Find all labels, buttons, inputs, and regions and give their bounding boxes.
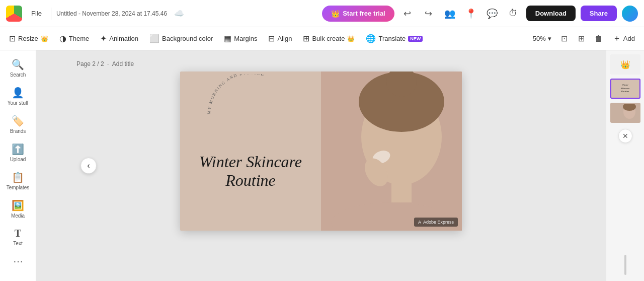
resize-icon: ⊡ [9,34,16,43]
bulk-create-icon: ⊞ [303,34,309,43]
person-photo [321,72,462,231]
thumbnail-2[interactable]: WinterSkincareRoutine [610,79,640,99]
timer-button[interactable]: ⏱ [505,6,521,22]
align-icon: ⊟ [268,34,275,43]
adobe-watermark: A Adobe Express [414,218,458,227]
translate-button[interactable]: 🌐 Translate NEW [361,31,428,46]
add-title-link[interactable]: Add title [112,60,134,67]
align-button[interactable]: ⊟ Align [263,31,297,46]
sidebar-item-media[interactable]: 🖼️ Media [2,195,34,223]
canvas-left: MY MORNING AND EVENING Winter Skincare R… [180,72,321,231]
margins-button[interactable]: ▦ Margins [219,31,262,46]
thumbnail-1-content: 👑 [611,55,639,74]
close-thumbnail-panel-button[interactable]: ✕ [618,129,632,143]
page-label: Page 2 / 2 - Add title [76,60,134,67]
canvas-card[interactable]: MY MORNING AND EVENING Winter Skincare R… [180,72,462,231]
thumbnail-1[interactable]: 👑 [610,54,640,75]
thumbnail-3-content [611,104,639,122]
sidebar-item-brands[interactable]: 🏷️ Brands [2,111,34,138]
main-area: 🔍 Search 👤 Your stuff 🏷️ Brands ⬆️ Uploa… [0,50,644,281]
canvas-right: A Adobe Express [321,72,462,231]
canvas-main-title: Winter Skincare Routine [199,137,302,190]
comments-button[interactable]: 💬 [484,6,500,22]
scroll-indicator [624,255,626,275]
file-menu-button[interactable]: File [27,8,46,19]
cloud-sync-icon: ☁️ [174,9,184,18]
user-avatar[interactable] [622,6,638,22]
sidebar-item-templates[interactable]: 📋 Templates [2,167,34,194]
adobe-icon: A [418,220,421,225]
crown-badge: 👑 [41,35,48,42]
arc-text-svg: MY MORNING AND EVENING [200,74,301,119]
margins-icon: ▦ [224,34,231,43]
chevron-down-icon: ▾ [548,35,551,42]
add-button[interactable]: ＋ Add [608,31,640,46]
app-logo [6,6,22,22]
divider [51,8,51,20]
templates-icon: 📋 [12,171,24,183]
translate-icon: 🌐 [366,34,376,43]
person-illustration [321,72,462,231]
brand-icon: 🏷️ [12,115,24,127]
top-bar: File Untitled - November 28, 2024 at 17.… [0,0,644,27]
thumbnail-panel: 👑 WinterSkincareRoutine ✕ [606,50,644,281]
bg-color-icon: ⬜ [149,34,159,43]
resize-button[interactable]: ⊡ Resize 👑 [4,31,53,46]
upload-icon: ⬆️ [12,143,24,155]
plus-icon: ＋ [613,33,621,44]
bulk-create-button[interactable]: ⊞ Bulk create 👑 [298,31,360,46]
share-button[interactable]: Share [581,6,617,21]
start-trial-button[interactable]: 👑 Start free trial [322,6,394,22]
redo-button[interactable]: ↪ [421,6,437,22]
animation-button[interactable]: ✦ Animation [95,31,143,46]
location-pin-button[interactable]: 📍 [463,6,479,22]
thumb-skincare-text: WinterSkincareRoutine [621,84,629,94]
person-icon: 👤 [12,87,24,99]
fit-screen-button[interactable]: ⊡ [556,31,573,47]
sidebar-item-your-stuff[interactable]: 👤 Your stuff [2,83,34,110]
theme-button[interactable]: ◑ Theme [54,31,94,46]
media-icon: 🖼️ [12,199,24,212]
zoom-button[interactable]: 50% ▾ [529,32,555,45]
background-color-button[interactable]: ⬜ Background color [144,31,218,46]
sidebar-item-more[interactable]: ⋯ [2,251,34,271]
animation-icon: ✦ [100,34,107,43]
toolbar: ⊡ Resize 👑 ◑ Theme ✦ Animation ⬜ Backgro… [0,27,644,50]
crown-icon: 👑 [331,10,340,18]
bulk-crown-badge: 👑 [347,35,355,42]
previous-page-button[interactable]: ‹ [80,158,97,174]
new-badge: NEW [408,36,423,42]
thumbnail-2-content: WinterSkincareRoutine [611,80,639,98]
collaborators-button[interactable]: 👥 [442,6,458,22]
delete-button[interactable]: 🗑 [591,31,607,47]
thumbnail-3[interactable] [610,103,640,123]
theme-icon: ◑ [59,34,66,43]
text-icon: T [15,228,21,239]
search-icon: 🔍 [12,58,24,71]
sidebar-item-upload[interactable]: ⬆️ Upload [2,139,34,166]
download-button[interactable]: Download [526,6,576,21]
sidebar-item-text[interactable]: T Text [2,224,34,250]
document-title: Untitled - November 28, 2024 at 17.45.46 [56,10,167,17]
svg-text:MY MORNING AND EVENING: MY MORNING AND EVENING [207,74,265,114]
thumb-person-svg [611,104,639,122]
grid-view-button[interactable]: ⊞ [574,31,590,47]
sidebar: 🔍 Search 👤 Your stuff 🏷️ Brands ⬆️ Uploa… [0,50,36,281]
canvas-area: ‹ Page 2 / 2 - Add title MY MORNING AND … [36,50,606,281]
undo-button[interactable]: ↩ [399,6,416,22]
more-icon: ⋯ [13,255,23,267]
sidebar-item-search[interactable]: 🔍 Search [2,54,34,82]
svg-rect-5 [391,172,412,202]
crown-thumb-icon: 👑 [620,60,630,69]
